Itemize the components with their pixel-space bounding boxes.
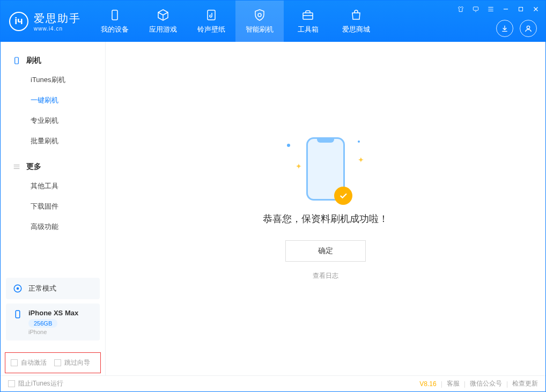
top-tabs: 我的设备 应用游戏 铃声壁纸 智能刷机 工具箱 爱思商城 [91,1,380,42]
device-storage: 256GB [28,319,57,328]
check-badge-icon [334,187,352,205]
sparkle-icon [287,144,290,147]
device-type: iPhone [28,329,78,335]
svg-rect-6 [15,57,19,64]
footer-link-wechat[interactable]: 微信公众号 [470,379,502,388]
ok-button[interactable]: 确定 [285,240,366,262]
sparkle-icon [358,140,360,143]
device-mode-card[interactable]: 正常模式 [6,278,100,299]
phone-outline-icon [12,56,21,65]
svg-rect-2 [303,13,313,19]
tab-toolbox[interactable]: 工具箱 [284,1,332,42]
checkbox-icon [8,380,15,387]
success-illustration: ✦ ✦ [306,137,345,201]
checkbox-icon [54,359,61,366]
minimize-button[interactable] [500,4,511,14]
tab-store[interactable]: 爱思商城 [332,1,380,42]
footer-link-update[interactable]: 检查更新 [512,379,538,388]
sidebar-section-more: 更多 [1,158,105,176]
sidebar-item-itunes-flash[interactable]: iTunes刷机 [1,70,105,90]
close-button[interactable] [530,4,541,14]
options-highlight: 自动激活 跳过向导 [5,352,101,373]
menu-icon[interactable] [485,4,496,14]
version-label: V8.16 [419,380,436,388]
svg-rect-4 [519,8,523,11]
device-name: iPhone XS Max [28,309,78,317]
music-file-icon [205,9,218,21]
success-message: 恭喜您，保资料刷机成功啦！ [263,212,388,225]
app-name: 爱思助手 [34,11,81,26]
header: iч 爱思助手 www.i4.cn 我的设备 应用游戏 铃声壁纸 智能刷机 [1,1,545,42]
svg-point-5 [527,26,529,28]
star-icon: ✦ [296,162,302,171]
device-card[interactable]: iPhone XS Max 256GB iPhone [6,304,100,341]
checkbox-stop-itunes[interactable]: 阻止iTunes运行 [8,379,63,388]
sidebar-item-oneclick-flash[interactable]: 一键刷机 [1,90,105,110]
feedback-icon[interactable] [470,4,481,14]
star-icon: ✦ [358,156,364,164]
shield-refresh-icon [253,9,266,21]
user-button[interactable] [520,20,537,37]
checkbox-skip-guide[interactable]: 跳过向导 [54,358,90,367]
device-phone-icon [12,309,23,320]
logo: iч 爱思助手 www.i4.cn [1,1,91,42]
checkbox-auto-activate[interactable]: 自动激活 [11,358,47,367]
svg-rect-1 [208,10,215,20]
device-panel: 正常模式 iPhone XS Max 256GB iPhone [1,278,105,350]
footer-link-support[interactable]: 客服 [447,379,460,388]
svg-rect-3 [473,7,478,10]
sidebar-item-advanced[interactable]: 高级功能 [1,217,105,237]
sidebar-section-flash: 刷机 [1,51,105,70]
app-window: iч 爱思助手 www.i4.cn 我的设备 应用游戏 铃声壁纸 智能刷机 [0,0,546,392]
footer: 阻止iTunes运行 V8.16 | 客服 | 微信公众号 | 检查更新 [1,375,545,391]
bag-icon [350,9,363,21]
tab-smart-flash[interactable]: 智能刷机 [235,1,284,42]
svg-point-8 [17,287,19,290]
maximize-button[interactable] [515,4,526,14]
tab-my-device[interactable]: 我的设备 [91,1,139,42]
download-button[interactable] [496,20,513,37]
logo-icon: iч [9,12,28,31]
phone-icon [108,9,121,21]
sidebar: 刷机 iTunes刷机 一键刷机 专业刷机 批量刷机 更多 其他工具 下载固件 … [1,42,106,375]
tab-apps-games[interactable]: 应用游戏 [139,1,187,42]
list-icon [12,162,21,171]
body: 刷机 iTunes刷机 一键刷机 专业刷机 批量刷机 更多 其他工具 下载固件 … [1,42,545,375]
checkbox-icon [11,359,18,366]
sidebar-item-download-firmware[interactable]: 下载固件 [1,196,105,217]
app-site: www.i4.cn [34,26,81,32]
shirt-icon[interactable] [455,4,466,14]
header-round-buttons [496,20,537,37]
view-log-link[interactable]: 查看日志 [313,271,338,280]
main-content: ✦ ✦ 恭喜您，保资料刷机成功啦！ 确定 查看日志 [106,42,545,375]
cube-icon [157,9,169,21]
sidebar-item-pro-flash[interactable]: 专业刷机 [1,110,105,131]
toolbox-icon [301,9,314,21]
svg-rect-0 [112,10,117,20]
sidebar-item-other-tools[interactable]: 其他工具 [1,176,105,196]
tab-ringtone-wallpaper[interactable]: 铃声壁纸 [187,1,235,42]
sidebar-item-batch-flash[interactable]: 批量刷机 [1,131,105,151]
mode-icon [12,283,23,294]
device-mode-label: 正常模式 [28,284,56,293]
svg-rect-9 [16,310,20,318]
